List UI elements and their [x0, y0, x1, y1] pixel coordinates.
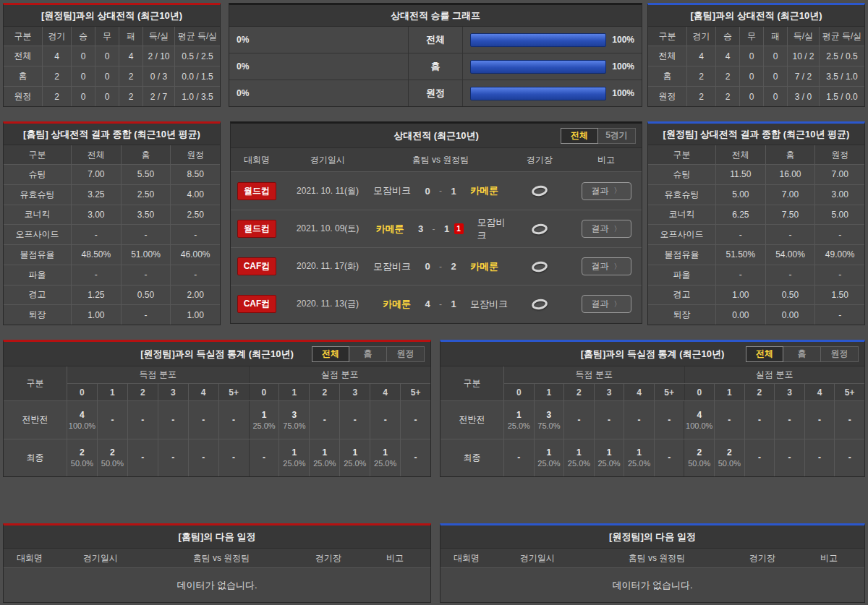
table-row: 전체40042 / 100.5 / 2.5 [4, 46, 220, 66]
tab[interactable]: 전체 [746, 346, 783, 362]
panel-title-text: [원정팀]과의 상대전적 (최근10년) [41, 9, 182, 22]
panel-h2h-vs-away: [원정팀]과의 상대전적 (최근10년) 구분경기승무패득/실평균 득/실 전체… [3, 3, 221, 107]
stat-count: 2 [727, 447, 732, 458]
score-separator: - [433, 224, 435, 234]
cell: 4 [686, 46, 715, 66]
table-row: 경고1.000.501.50 [648, 285, 864, 305]
group-header-scored: 득점 분포 [504, 366, 684, 383]
cell: 54.00% [765, 245, 815, 265]
column-header: 구분 [4, 27, 42, 46]
tab[interactable]: 홈 [349, 346, 387, 362]
tab[interactable]: 전체 [561, 128, 598, 144]
column-header-note: 비고 [793, 549, 864, 567]
league-cell: 월드컵 [231, 210, 283, 247]
tab[interactable]: 전체 [312, 346, 349, 362]
red-card-count-badge: 1 [454, 223, 464, 234]
column-header: 무 [739, 27, 763, 46]
stat-percent: 75.0% [283, 421, 305, 430]
stat-cell: - [188, 401, 218, 439]
cell: 코너킥 [648, 205, 715, 225]
cell: - [121, 265, 171, 285]
cell: 3.25 [71, 185, 121, 205]
table-row: 원정22003 / 01.5 / 0.0 [648, 86, 864, 106]
group-header-conceded: 실점 분포 [249, 366, 431, 383]
cell: 퇴장 [648, 305, 715, 325]
match-list-body: 월드컵 2021. 10. 11(월) 모잠비크 0 - 1 카메룬 결과 〉 [231, 172, 642, 323]
stat-percent: 25.0% [628, 459, 650, 468]
goalstats-row: 전반전 1 25.0% 3 75.0% - - - [441, 401, 864, 439]
cell: 7.00 [814, 165, 864, 184]
stat-count: 1 [607, 447, 612, 458]
tab[interactable]: 5경기 [598, 128, 636, 144]
away-score: 2 [448, 261, 459, 272]
cell: 볼점유율 [4, 245, 71, 265]
home-score: 0 [422, 261, 433, 272]
cell: 경고 [648, 286, 715, 305]
result-button-label: 결과 [592, 185, 609, 197]
result-button[interactable]: 결과 〉 [582, 257, 631, 275]
stat-cell: 1 25.0% [309, 439, 339, 477]
cell: 46.00% [170, 245, 220, 265]
stat-cell: - [158, 401, 188, 439]
cell: 유효슈팅 [648, 185, 715, 205]
panel-away-summary: [원정팀] 상대전적 결과 종합 (최근10년 평균) 구분전체홈원정 슈팅11… [647, 121, 865, 325]
result-button[interactable]: 결과 〉 [582, 220, 631, 238]
column-header-stadium: 경기장 [297, 549, 359, 567]
stat-count: - [728, 415, 731, 425]
tab[interactable]: 원정 [387, 346, 425, 362]
panel-title: [원정팀]과의 득실점 통계 (최근10년) 전체홈원정 [4, 342, 430, 366]
cell: 전체 [4, 46, 42, 66]
cell: 2 / 7 [142, 87, 174, 106]
column-header: 전체 [71, 145, 121, 164]
match-row: 월드컵 2021. 10. 09(토) 카메룬 3 - 1 1 모잠비크 결과 … [231, 210, 642, 247]
panel-title: [원정팀]과의 상대전적 (최근10년) [4, 5, 220, 27]
cell: 1.25 [71, 286, 121, 305]
stat-count: - [263, 452, 265, 463]
note-cell: 결과 〉 [571, 172, 642, 210]
cell: 퇴장 [4, 305, 71, 325]
home-team-name: 카메룬 [373, 223, 416, 236]
column-header: 5+ [400, 384, 430, 400]
teams-cell: 카메룬 4 - 1 모잠비크 [373, 286, 509, 322]
match-datetime: 2021. 10. 09(토) [283, 210, 373, 247]
column-header: 승 [71, 27, 95, 46]
cell: 코너킥 [4, 205, 71, 225]
column-header: 4 [370, 384, 400, 400]
header-row: 구분전체홈원정 [648, 145, 864, 165]
stat-count: - [668, 415, 671, 425]
cell: 볼점유율 [648, 245, 715, 265]
cell: 1.5 / 0.0 [819, 87, 864, 106]
stat-cell: - [624, 401, 654, 439]
cell: 0 [763, 87, 787, 106]
stat-count: - [111, 415, 114, 425]
stadium-icon [531, 298, 548, 311]
stat-cell: - [249, 439, 279, 477]
row-label: 최종 [4, 439, 67, 477]
stat-cell: 4 100.0% [67, 401, 97, 439]
tab[interactable]: 원정 [821, 346, 859, 362]
column-header: 원정 [170, 145, 220, 164]
result-button[interactable]: 결과 〉 [582, 295, 631, 313]
panel-title-text: [원정팀]과의 득실점 통계 (최근10년) [140, 348, 294, 361]
panel-title: [홈팀]의 다음 일정 [4, 525, 430, 549]
cell: 오프사이드 [4, 225, 71, 244]
column-header: 3 [158, 384, 188, 400]
chevron-right-icon: 〉 [614, 299, 621, 309]
result-button[interactable]: 결과 〉 [582, 182, 631, 200]
home-score: 3 [416, 223, 426, 234]
table-row: 홈20020 / 30.0 / 1.5 [4, 66, 220, 86]
stat-cell: - [744, 439, 775, 477]
cell: 5.00 [814, 205, 864, 225]
cell: - [121, 225, 171, 244]
result-button-label: 결과 [592, 260, 609, 273]
stat-percent: 50.0% [718, 459, 741, 468]
cell: 1.00 [71, 305, 121, 325]
score-separator: - [439, 262, 442, 272]
tab[interactable]: 홈 [783, 346, 821, 362]
column-header: 4 [804, 384, 835, 400]
panel-winrate-graph: 상대전적 승률 그래프 0% 전체 100% 0% [229, 3, 642, 107]
cell: 16.00 [765, 165, 815, 184]
away-team-name: 모잠비크 [466, 216, 509, 242]
panel-goalstats-vs-home: [홈팀]과의 득실점 통계 (최근10년) 전체홈원정 구분 득점 분포 실점 … [440, 340, 865, 477]
column-header-stadium: 경기장 [509, 148, 571, 171]
